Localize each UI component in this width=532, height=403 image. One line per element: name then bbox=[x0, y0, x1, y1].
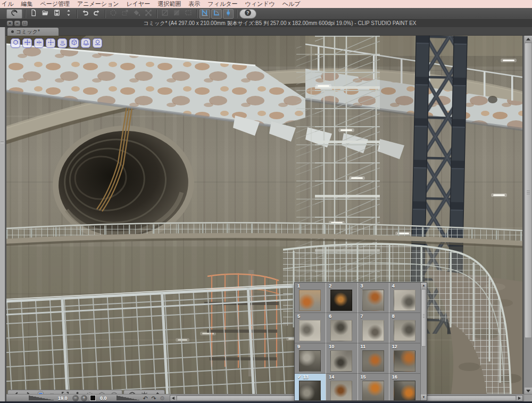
zoom-out-button[interactable]: − bbox=[72, 395, 79, 401]
clip-studio-home-button[interactable] bbox=[6, 9, 22, 19]
page-thumbnail-12[interactable]: 12 bbox=[389, 343, 421, 374]
new-file-button[interactable] bbox=[28, 9, 39, 19]
object-rotate-camera-button[interactable] bbox=[57, 38, 67, 48]
scroll-down-icon[interactable] bbox=[525, 388, 532, 394]
page-number-text: 2 bbox=[329, 283, 331, 289]
page-number-text: 16 bbox=[392, 374, 397, 380]
page-number-text: 4 bbox=[392, 283, 395, 289]
clear-icon bbox=[161, 9, 169, 19]
rotate-cw-button[interactable]: ↷ bbox=[150, 395, 157, 401]
open-file-button[interactable] bbox=[40, 9, 51, 19]
page-number-text: 8 bbox=[392, 314, 395, 319]
palette-scroll-down-icon[interactable]: ▼ bbox=[421, 394, 427, 400]
free-transform-button[interactable] bbox=[143, 9, 154, 19]
object-rotate-camera-icon bbox=[59, 38, 66, 48]
save-file-button[interactable] bbox=[52, 9, 62, 19]
page-thumbnail-9[interactable]: 9 bbox=[295, 343, 326, 374]
page-number: 10 bbox=[329, 344, 334, 349]
page-thumbnail-7[interactable]: 7 bbox=[358, 313, 389, 343]
page-thumbnail-image bbox=[394, 320, 415, 341]
maximize-button[interactable]: □ bbox=[22, 21, 28, 26]
undo-button[interactable] bbox=[80, 9, 90, 19]
page-thumbnail-15[interactable]: 15 bbox=[358, 374, 389, 401]
page-thumbnail-16[interactable]: 16 bbox=[389, 374, 421, 401]
scene-3d-render bbox=[6, 36, 522, 394]
page-number: 16 bbox=[392, 374, 397, 380]
menu-item-5[interactable]: レイヤー bbox=[127, 0, 151, 8]
menu-item-6[interactable]: 選択範囲 bbox=[157, 0, 181, 8]
object-move-button[interactable] bbox=[46, 38, 55, 48]
clear-outside-selection-button[interactable] bbox=[171, 9, 182, 19]
fill-button[interactable] bbox=[131, 9, 142, 19]
page-number-text: 7 bbox=[361, 314, 363, 319]
scroll-right-icon[interactable] bbox=[517, 396, 522, 401]
vertical-scrollbar-thumb[interactable] bbox=[525, 43, 532, 338]
clear-outside-selection-icon bbox=[173, 9, 180, 19]
snap-to-ruler-button[interactable] bbox=[200, 9, 210, 19]
help-button[interactable]: ? bbox=[239, 9, 256, 19]
page-thumbnail-3[interactable]: 3 bbox=[358, 283, 389, 313]
camera-dolly-button[interactable] bbox=[34, 38, 44, 48]
palette-scroll-up-icon[interactable]: ▲ bbox=[421, 283, 427, 289]
reset-view-button[interactable]: ⚙ bbox=[159, 395, 166, 401]
page-number-text: 12 bbox=[392, 344, 397, 349]
menu-item-9[interactable]: ウィンドウ bbox=[245, 0, 275, 8]
vertical-scrollbar[interactable] bbox=[523, 36, 532, 394]
save-switcher-button[interactable] bbox=[63, 9, 74, 19]
scroll-up-icon[interactable] bbox=[525, 36, 532, 42]
snap-to-special-ruler-button[interactable] bbox=[211, 9, 222, 19]
scroll-left-icon[interactable] bbox=[170, 396, 176, 401]
canvas-3d-viewport[interactable] bbox=[6, 36, 522, 394]
snap-to-grid-icon bbox=[225, 9, 232, 19]
menu-item-1[interactable]: イル bbox=[2, 0, 14, 8]
camera-rotate-button[interactable] bbox=[11, 38, 20, 48]
object-snap-ground-button[interactable] bbox=[93, 38, 102, 48]
canvas-tab[interactable]: コミック* bbox=[7, 28, 59, 36]
zoom-slider[interactable] bbox=[29, 396, 55, 400]
page-thumbnail-6[interactable]: 6 bbox=[326, 313, 358, 343]
page-thumbnail-2[interactable]: 2 bbox=[326, 283, 358, 313]
object-rotate-3d-button[interactable] bbox=[69, 38, 79, 48]
menu-item-4[interactable]: アニメーション bbox=[77, 0, 119, 8]
object-rotate-plane-button[interactable] bbox=[81, 38, 90, 48]
page-thumbnail-14[interactable]: 14 bbox=[326, 374, 358, 401]
menu-item-3[interactable]: ページ管理 bbox=[40, 0, 70, 8]
camera-pan-icon bbox=[24, 38, 31, 48]
menu-item-7[interactable]: 表示 bbox=[188, 0, 200, 8]
page-thumbnail-8[interactable]: 8 bbox=[389, 313, 421, 343]
page-thumbnail-10[interactable]: 10 bbox=[326, 343, 358, 374]
snap-to-special-ruler-icon bbox=[213, 9, 220, 19]
redo-button[interactable] bbox=[92, 9, 102, 19]
page-thumbnail-image bbox=[394, 290, 415, 311]
page-number: 7 bbox=[361, 314, 363, 319]
rotation-slider[interactable] bbox=[117, 396, 141, 400]
selection-border-button[interactable] bbox=[183, 9, 194, 19]
collapsed-palette-dock[interactable] bbox=[0, 27, 5, 401]
object-snap-ground-icon bbox=[94, 38, 101, 48]
page-thumbnail-4[interactable]: 4 bbox=[389, 283, 421, 313]
camera-pan-button[interactable] bbox=[22, 38, 32, 48]
clear-button[interactable] bbox=[160, 9, 170, 19]
minimize-button[interactable]: − bbox=[14, 21, 20, 26]
command-bar: ? bbox=[0, 8, 532, 20]
page-thumbnail-11[interactable]: 11 bbox=[358, 343, 389, 374]
page-thumbnail-1[interactable]: 1 bbox=[295, 283, 326, 313]
page-number: 1 bbox=[297, 283, 300, 289]
page-thumbnail-5[interactable]: 5 bbox=[295, 313, 326, 343]
snap-to-grid-button[interactable] bbox=[223, 9, 234, 19]
palette-scrollbar-thumb[interactable] bbox=[421, 289, 426, 347]
menu-item-10[interactable]: ヘルプ bbox=[282, 0, 301, 8]
page-thumbnail-13[interactable]: ✓13 bbox=[295, 374, 326, 401]
close-button[interactable]: × bbox=[7, 21, 13, 26]
page-thumbnail-image bbox=[330, 381, 352, 401]
rotate-ccw-button[interactable]: ↶ bbox=[142, 395, 149, 401]
menu-item-2[interactable]: 編集 bbox=[21, 0, 33, 8]
menu-item-8[interactable]: フィルター bbox=[207, 0, 237, 8]
deselect-icon bbox=[110, 9, 117, 19]
move-selection-button[interactable] bbox=[120, 9, 130, 19]
deselect-button[interactable] bbox=[108, 9, 119, 19]
actual-size-button[interactable] bbox=[90, 395, 96, 401]
page-thumbnail-image bbox=[394, 381, 415, 401]
zoom-in-button[interactable]: + bbox=[81, 395, 87, 401]
palette-scrollbar[interactable]: ▲ ▼ bbox=[420, 283, 427, 400]
